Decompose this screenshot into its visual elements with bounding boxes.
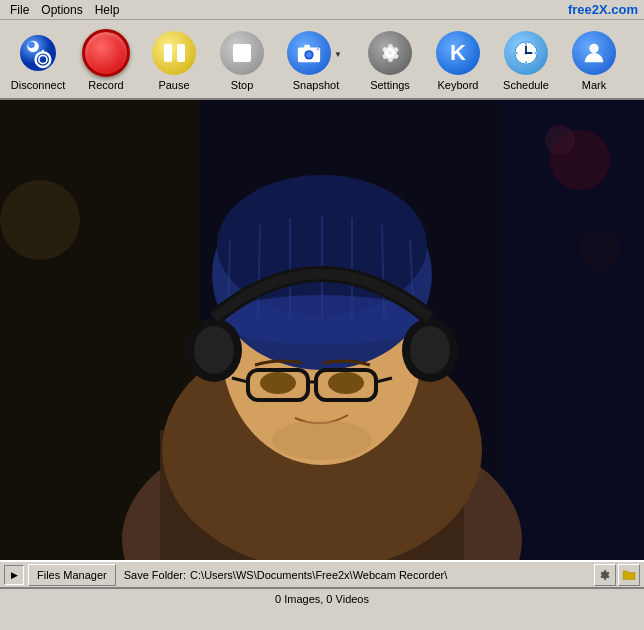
disconnect-label: Disconnect [11, 79, 65, 91]
mark-icon [572, 31, 616, 75]
schedule-label: Schedule [503, 79, 549, 91]
clock-icon [513, 40, 539, 66]
camera-icon [296, 40, 322, 66]
stop-label: Stop [231, 79, 254, 91]
bottom-bar: ▶ Files Manager Save Folder: C:\Users\WS… [0, 560, 644, 588]
keybord-icon-wrap: K [434, 29, 482, 77]
snapshot-icon-wrap [287, 29, 331, 77]
schedule-icon [504, 31, 548, 75]
svg-point-19 [589, 44, 598, 53]
status-text: 0 Images, 0 Videos [275, 593, 369, 605]
pause-button[interactable]: Pause [140, 23, 208, 95]
disconnect-icon [20, 35, 56, 71]
record-label: Record [88, 79, 123, 91]
pause-icon [152, 31, 196, 75]
settings-label: Settings [370, 79, 410, 91]
settings-icon-wrap [366, 29, 414, 77]
stop-icon-wrap [218, 29, 266, 77]
record-icon-wrap [82, 29, 130, 77]
pause-bar-right [177, 44, 185, 62]
record-button[interactable]: Record [72, 23, 140, 95]
save-path-value: C:\Users\WS\Documents\Free2x\Webcam Reco… [190, 569, 590, 581]
menubar: File Options Help free2X.com [0, 0, 644, 20]
video-area [0, 100, 644, 560]
svg-rect-9 [304, 45, 310, 49]
settings-bottom-button[interactable] [594, 564, 616, 586]
snapshot-inner [287, 29, 345, 79]
menu-help[interactable]: Help [89, 2, 126, 18]
schedule-icon-wrap [502, 29, 550, 77]
files-manager-button[interactable]: Files Manager [28, 564, 116, 586]
settings-button[interactable]: Settings [356, 23, 424, 95]
menu-file[interactable]: File [4, 2, 35, 18]
record-icon [82, 29, 130, 77]
scene-svg [0, 100, 644, 560]
folder-bottom-button[interactable] [618, 564, 640, 586]
stop-button[interactable]: Stop [208, 23, 276, 95]
stop-icon [220, 31, 264, 75]
settings-icon [368, 31, 412, 75]
keybord-label: Keybord [438, 79, 479, 91]
person-icon [581, 40, 607, 66]
bottom-icons [594, 564, 640, 586]
svg-rect-26 [500, 100, 644, 560]
svg-point-51 [260, 372, 296, 394]
toolbar: Disconnect Record Pause Stop [0, 20, 644, 100]
svg-point-14 [525, 52, 528, 55]
pause-label: Pause [158, 79, 189, 91]
snapshot-button[interactable]: Snapshot [276, 23, 356, 95]
svg-point-43 [194, 326, 234, 374]
menu-options[interactable]: Options [35, 2, 88, 18]
snapshot-label: Snapshot [293, 79, 339, 91]
mark-icon-wrap [570, 29, 618, 77]
pause-icon-wrap [150, 29, 198, 77]
keybord-button[interactable]: K Keybord [424, 23, 492, 95]
status-bar: 0 Images, 0 Videos [0, 588, 644, 608]
snapshot-dropdown-arrow[interactable] [331, 32, 345, 76]
svg-rect-10 [316, 48, 319, 50]
keybord-icon: K [436, 31, 480, 75]
gear-icon [377, 40, 403, 66]
stop-square [233, 44, 251, 62]
svg-point-53 [272, 420, 372, 460]
brand-label: free2X.com [568, 2, 638, 17]
svg-point-52 [328, 372, 364, 394]
play-button[interactable]: ▶ [4, 565, 24, 585]
svg-point-8 [306, 52, 312, 58]
disconnect-icon-wrap [14, 29, 62, 77]
mark-label: Mark [582, 79, 606, 91]
video-placeholder [0, 100, 644, 560]
save-folder-label: Save Folder: [124, 569, 186, 581]
disconnect-button[interactable]: Disconnect [4, 23, 72, 95]
svg-point-45 [410, 326, 450, 374]
folder-icon [622, 568, 636, 582]
schedule-button[interactable]: Schedule [492, 23, 560, 95]
mark-button[interactable]: Mark [560, 23, 628, 95]
svg-point-2 [28, 42, 35, 49]
snapshot-icon [287, 31, 331, 75]
pause-bar-left [164, 44, 172, 62]
settings-bottom-icon [598, 568, 612, 582]
